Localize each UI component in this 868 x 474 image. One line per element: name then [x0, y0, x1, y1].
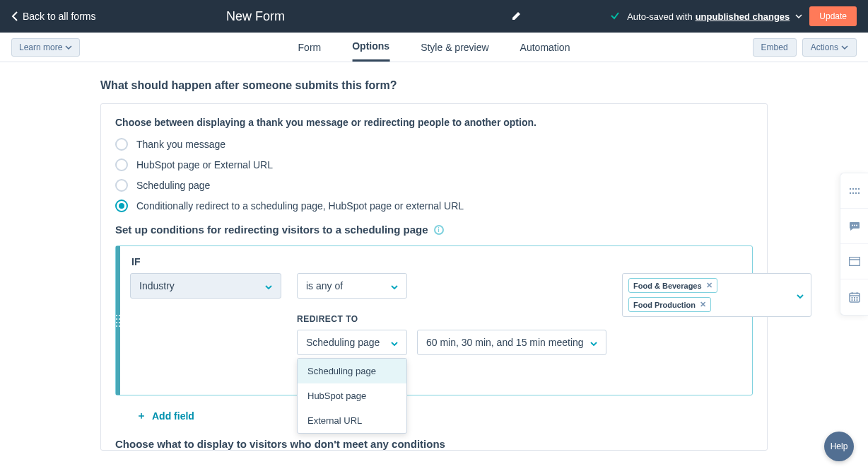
svg-point-16: [852, 224, 853, 226]
tag-food-beverages: Food & Beverages ✕: [628, 278, 717, 293]
dropdown-item-hubspot[interactable]: HubSpot page: [298, 383, 406, 408]
radio-icon: [115, 138, 128, 151]
tab-automation[interactable]: Automation: [520, 33, 570, 62]
redirect-type-dropdown: Scheduling page HubSpot page External UR…: [297, 358, 407, 434]
chevron-down-icon: [797, 289, 804, 301]
radio-thank-you[interactable]: Thank you message: [115, 138, 753, 151]
svg-point-6: [116, 325, 117, 327]
calendar-icon: [849, 291, 860, 303]
svg-point-2: [116, 318, 117, 320]
svg-rect-19: [849, 258, 860, 266]
svg-rect-28: [851, 299, 852, 301]
svg-point-12: [849, 192, 850, 193]
svg-point-18: [856, 224, 857, 226]
chevron-left-icon: [11, 11, 18, 21]
toolbar: Learn more Form Options Style & preview …: [0, 33, 868, 62]
chevron-down-icon: [265, 280, 272, 291]
svg-rect-27: [856, 297, 857, 299]
radio-icon: [115, 200, 128, 212]
svg-point-9: [852, 187, 853, 189]
help-button[interactable]: Help: [824, 432, 854, 461]
svg-rect-30: [856, 299, 857, 301]
svg-rect-25: [851, 297, 852, 299]
chat-icon: [849, 221, 860, 231]
rail-chat-button[interactable]: [840, 209, 868, 244]
actions-button[interactable]: Actions: [802, 38, 857, 57]
window-icon: [849, 257, 860, 266]
conditions-heading: Set up conditions for redirecting visito…: [115, 224, 753, 236]
dropdown-item-external[interactable]: External URL: [298, 408, 406, 433]
radio-scheduling-page[interactable]: Scheduling page: [115, 179, 753, 192]
condition-body: IF Industry is any of: [120, 246, 826, 395]
back-link[interactable]: Back to all forms: [11, 11, 95, 22]
dropdown-item-scheduling[interactable]: Scheduling page: [298, 359, 406, 383]
check-icon: [610, 11, 620, 23]
tabs: Form Options Style & preview Automation: [298, 33, 570, 62]
section-title: What should happen after someone submits…: [100, 79, 768, 92]
chevron-down-icon: [795, 14, 802, 18]
rail-calendar-button[interactable]: [840, 279, 868, 315]
svg-rect-29: [854, 299, 855, 301]
condition-card: IF Industry is any of: [115, 245, 753, 395]
radio-icon: [115, 158, 128, 171]
side-rail: [840, 173, 868, 316]
radio-icon: [115, 179, 128, 192]
pencil-icon: [512, 11, 522, 21]
radio-label: Scheduling page: [136, 180, 210, 191]
svg-point-13: [852, 192, 853, 193]
radio-label: HubSpot page or External URL: [136, 159, 273, 170]
tab-form[interactable]: Form: [298, 33, 322, 62]
svg-point-4: [116, 322, 117, 323]
property-select[interactable]: Industry: [130, 273, 281, 299]
update-button[interactable]: Update: [809, 6, 857, 26]
autosave-status[interactable]: Auto-saved with unpublished changes: [627, 11, 802, 22]
chevron-down-icon: [841, 45, 848, 50]
chevron-down-icon: [590, 337, 597, 348]
page-title: New Form: [226, 9, 285, 24]
radio-label: Thank you message: [136, 139, 225, 150]
svg-point-15: [857, 192, 859, 193]
operator-select[interactable]: is any of: [297, 273, 407, 299]
svg-rect-26: [854, 297, 855, 299]
content: What should happen after someone submits…: [100, 62, 768, 451]
redirect-to-label: REDIRECT TO: [297, 314, 606, 324]
add-field-button[interactable]: ＋ Add field: [136, 410, 753, 422]
values-multiselect[interactable]: Food & Beverages ✕ Food Production ✕: [622, 273, 811, 317]
svg-point-10: [855, 187, 856, 189]
submit-options-panel: Choose between displaying a thank you me…: [100, 103, 768, 451]
remove-tag-button[interactable]: ✕: [700, 300, 706, 309]
chevron-down-icon: [65, 45, 72, 50]
info-icon[interactable]: i: [434, 225, 444, 235]
svg-point-0: [116, 315, 117, 316]
helper-text: Choose between displaying a thank you me…: [115, 117, 753, 128]
rail-window-button[interactable]: [840, 244, 868, 279]
svg-point-14: [855, 192, 856, 193]
tab-style-preview[interactable]: Style & preview: [421, 33, 488, 62]
grid-icon: [849, 187, 860, 195]
rail-grid-button[interactable]: [840, 173, 868, 209]
toolbar-right: Embed Actions: [753, 38, 857, 57]
fallback-heading: Choose what to display to visitors who d…: [115, 438, 753, 450]
embed-button[interactable]: Embed: [753, 38, 797, 57]
svg-point-8: [849, 187, 850, 189]
redirect-type-select[interactable]: Scheduling page: [297, 330, 407, 355]
app-header: Back to all forms New Form Auto-saved wi…: [0, 0, 868, 33]
autosave-area: Auto-saved with unpublished changes Upda…: [610, 6, 857, 26]
tag-food-production: Food Production ✕: [628, 297, 711, 312]
redirect-target-select[interactable]: 60 min, 30 min, and 15 min meeting: [417, 330, 606, 355]
edit-title-button[interactable]: [512, 11, 522, 23]
chevron-down-icon: [391, 280, 398, 291]
radio-label: Conditionally redirect to a scheduling p…: [136, 200, 464, 212]
radio-hubspot-external[interactable]: HubSpot page or External URL: [115, 158, 753, 171]
tab-options[interactable]: Options: [352, 33, 389, 62]
remove-tag-button[interactable]: ✕: [706, 281, 712, 290]
plus-icon: ＋: [136, 410, 146, 422]
svg-point-11: [857, 187, 859, 189]
svg-point-17: [854, 224, 855, 226]
back-label: Back to all forms: [23, 11, 95, 22]
if-label: IF: [131, 256, 811, 267]
chevron-down-icon: [391, 337, 398, 348]
learn-more-button[interactable]: Learn more: [11, 38, 80, 57]
radio-conditional-redirect[interactable]: Conditionally redirect to a scheduling p…: [115, 200, 753, 212]
